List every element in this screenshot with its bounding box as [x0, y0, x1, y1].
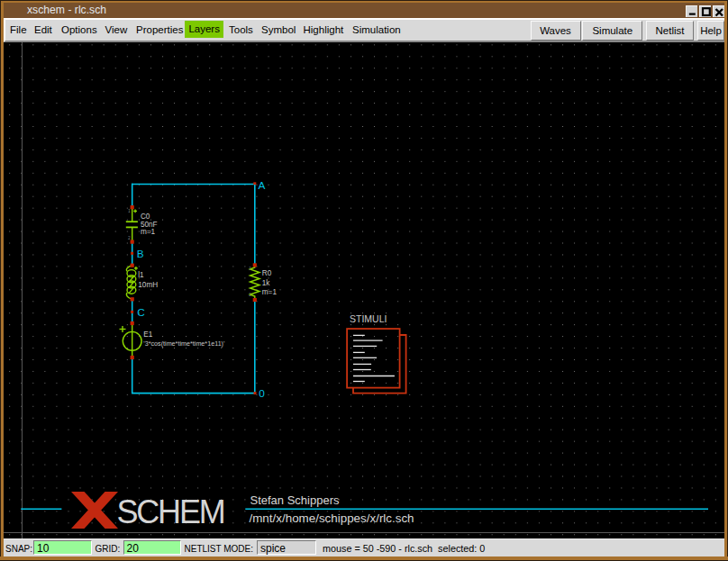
svg-text:0: 0: [259, 387, 265, 400]
svg-text:1k: 1k: [262, 279, 271, 287]
svg-text:SCHEM: SCHEM: [117, 493, 224, 530]
svg-text:1: 1: [249, 266, 251, 271]
svg-text:l1: l1: [138, 271, 144, 279]
svg-text:B: B: [137, 248, 144, 260]
svg-text:C: C: [137, 306, 145, 319]
svg-text:'3*cos(time*time*time*1e11)': '3*cos(time*time*time*1e11)': [143, 339, 225, 348]
svg-text:2: 2: [128, 235, 131, 240]
svg-text:/mnt/x/home/schippes/x/rlc.sch: /mnt/x/home/schippes/x/rlc.sch: [250, 511, 414, 525]
svg-text:m=1: m=1: [141, 228, 156, 236]
svg-text:A: A: [259, 179, 266, 192]
svg-text:R0: R0: [262, 269, 272, 277]
svg-text:2: 2: [249, 292, 251, 297]
svg-text:m=1: m=1: [262, 288, 278, 296]
svg-text:1: 1: [128, 208, 131, 213]
svg-text:10mH: 10mH: [138, 281, 158, 289]
svg-text:Stefan Schippers: Stefan Schippers: [250, 493, 341, 507]
svg-text:STIMULI: STIMULI: [350, 313, 387, 324]
svg-text:C0: C0: [141, 213, 150, 221]
svg-text:E1: E1: [143, 330, 152, 339]
